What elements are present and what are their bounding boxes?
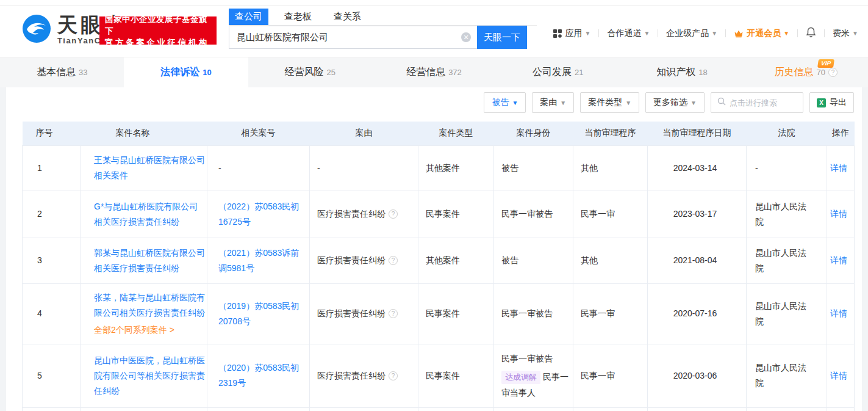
nav-divider xyxy=(797,29,798,37)
case-name-link[interactable]: 王某与昆山虹桥医院有限公司相关案件 xyxy=(94,155,205,180)
column-header: 序号 xyxy=(23,122,81,145)
identity-label: 民事一审被告 xyxy=(501,351,569,366)
tab-count: 21 xyxy=(575,68,583,77)
case-type-cell: 民事案件 xyxy=(418,191,494,238)
cause-label: 医疗损害责任纠纷 xyxy=(317,206,386,222)
procedure-cell: 其他 xyxy=(573,238,648,283)
company-tab[interactable]: 经营风险 25 xyxy=(248,57,372,87)
tab-label: 法律诉讼 xyxy=(160,66,199,79)
nav-open-vip-label: 开通会员 xyxy=(747,28,781,39)
chevron-down-icon: ▼ xyxy=(690,100,697,106)
filter-cause-label: 案由 xyxy=(540,97,557,108)
case-number-link[interactable]: （2021）苏0583诉前调5981号 xyxy=(218,248,299,273)
company-search-input[interactable] xyxy=(229,26,477,49)
case-name-link[interactable]: 郭某与昆山虹桥医院有限公司相关医疗损害责任纠纷 xyxy=(94,248,205,273)
chevron-down-icon: ▼ xyxy=(852,30,858,37)
search-tabs: 查公司 查老板 查关系 xyxy=(229,8,537,26)
nav-cooperation-label: 合作通道 xyxy=(607,28,641,39)
table-row: 3郭某与昆山虹桥医院有限公司相关医疗损害责任纠纷（2021）苏0583诉前调59… xyxy=(23,238,855,283)
case-number-link[interactable]: （2019）苏0583民初20708号 xyxy=(218,301,299,326)
tab-label: 公司发展 xyxy=(533,66,572,79)
case-name-link[interactable]: 昆山市中医医院，昆山虹桥医院有限公司等相关医疗损害责任纠纷 xyxy=(94,355,205,396)
table-row: 4张某，陆某与昆山虹桥医院有限公司相关医疗损害责任纠纷全部2个同系列案件 >（2… xyxy=(23,283,855,344)
clear-search-icon[interactable]: ✕ xyxy=(461,32,471,42)
table-search-input[interactable] xyxy=(730,98,797,107)
company-tab[interactable]: 历史信息 70 VIP ? xyxy=(744,57,868,87)
procedure-cell: 民事一审 xyxy=(573,283,648,344)
nav-apps-label: 应用 xyxy=(565,28,582,39)
action-cell: 详情 xyxy=(827,191,855,238)
detail-link[interactable]: 详情 xyxy=(830,371,847,380)
procedure-cell: 其他 xyxy=(573,145,648,191)
filter-case-type[interactable]: 案件类型 ▼ xyxy=(580,92,639,113)
case-identity-cell: 民事一审被告达成调解民事一审当事人 xyxy=(494,344,573,407)
apps-grid-icon xyxy=(553,29,562,38)
company-tab[interactable]: 经营信息 372 xyxy=(372,57,496,87)
nav-enterprise-label: 企业级产品 xyxy=(666,28,709,39)
court-cell: 昆山市人民法院 xyxy=(747,191,827,238)
nav-enterprise[interactable]: 企业级产品 ▼ xyxy=(666,28,717,39)
company-tab[interactable]: 法律诉讼 10 xyxy=(124,57,248,87)
nav-cooperation[interactable]: 合作通道 ▼ xyxy=(607,28,650,39)
filter-more[interactable]: 更多筛选 ▼ xyxy=(645,92,705,113)
column-header: 操作 xyxy=(827,122,855,145)
series-cases-link[interactable]: 全部2个同系列案件 > xyxy=(94,322,174,338)
detail-link[interactable]: 详情 xyxy=(830,308,847,318)
column-header: 案件类型 xyxy=(418,122,494,145)
detail-link[interactable]: 详情 xyxy=(830,209,847,219)
case-number-link[interactable]: （2020）苏0583民初2319号 xyxy=(218,363,299,388)
notification-bell[interactable] xyxy=(806,27,816,40)
tab-count: 33 xyxy=(79,68,87,77)
export-button[interactable]: X 导出 xyxy=(809,92,854,113)
help-icon[interactable]: ? xyxy=(389,209,398,219)
case-number-cell: - xyxy=(207,145,310,191)
tianyancha-eye-icon xyxy=(22,14,51,46)
case-number-link[interactable]: （2022）苏0583民初16725号 xyxy=(218,202,299,227)
gov-badge-line2: 官方备案企业征信机构 xyxy=(105,37,211,48)
help-icon[interactable]: ? xyxy=(389,256,398,265)
help-icon[interactable]: ? xyxy=(828,68,838,77)
help-icon[interactable]: ? xyxy=(389,371,398,380)
company-tab[interactable]: 基本信息 33 xyxy=(0,57,124,87)
nav-apps[interactable]: 应用 ▼ xyxy=(553,28,590,39)
crown-icon xyxy=(734,29,744,38)
tab-count: 372 xyxy=(448,68,462,77)
company-tab[interactable]: 公司发展 21 xyxy=(496,57,620,87)
search-tab-relation[interactable]: 查关系 xyxy=(328,9,367,25)
case-type-cell: 民事案件 xyxy=(418,344,494,407)
column-header: 案件身份 xyxy=(494,122,573,145)
tab-label: 基本信息 xyxy=(37,66,76,79)
court-cell: 昆山市人民法院 xyxy=(747,344,827,407)
case-identity-cell: 被告 xyxy=(494,238,573,283)
case-identity-cell: 民事一审被告 xyxy=(494,191,573,238)
search-tab-company[interactable]: 查公司 xyxy=(229,9,268,25)
chevron-down-icon: ▼ xyxy=(644,30,650,37)
user-menu[interactable]: 费米 ▼ xyxy=(833,28,858,39)
case-name-link[interactable]: G*与昆山虹桥医院有限公司相关医疗损害责任纠纷 xyxy=(94,202,198,227)
nav-divider xyxy=(824,29,825,37)
search-tab-boss[interactable]: 查老板 xyxy=(278,9,318,25)
excel-icon: X xyxy=(817,98,826,107)
table-search-box[interactable] xyxy=(711,92,803,113)
procedure-date-cell: 2023-03-17 xyxy=(648,191,747,238)
case-index: 5 xyxy=(23,344,81,407)
search-button[interactable]: 天眼一下 xyxy=(477,26,527,49)
tab-count: 70 xyxy=(817,68,825,77)
case-name-link[interactable]: 张某，陆某与昆山虹桥医院有限公司相关医疗损害责任纠纷 xyxy=(94,293,205,318)
company-tab[interactable]: 知识产权 18 xyxy=(620,57,744,87)
help-icon[interactable]: ? xyxy=(389,309,398,318)
case-type-cell: 其他案件 xyxy=(418,145,494,191)
case-name-cell: G*与昆山虹桥医院有限公司相关医疗损害责任纠纷 xyxy=(81,191,207,238)
detail-link[interactable]: 详情 xyxy=(830,163,847,173)
detail-link[interactable]: 详情 xyxy=(830,255,847,265)
cause-label: 医疗损害责任纠纷 xyxy=(317,306,386,321)
court-cell: 昆山市人民法院 xyxy=(747,238,827,283)
table-body: 1王某与昆山虹桥医院有限公司相关案件--其他案件被告其他2024-03-14-详… xyxy=(23,145,855,411)
cause-label: - xyxy=(317,161,320,176)
filter-defendant[interactable]: 被告 ▼ xyxy=(484,92,526,113)
case-index: 3 xyxy=(23,238,81,283)
filter-cause[interactable]: 案由 ▼ xyxy=(532,92,574,113)
column-header: 案由 xyxy=(310,122,418,145)
case-number-cell: （2022）苏0583民初16725号 xyxy=(207,191,310,238)
nav-open-vip[interactable]: 开通会员 ▼ xyxy=(734,28,789,39)
